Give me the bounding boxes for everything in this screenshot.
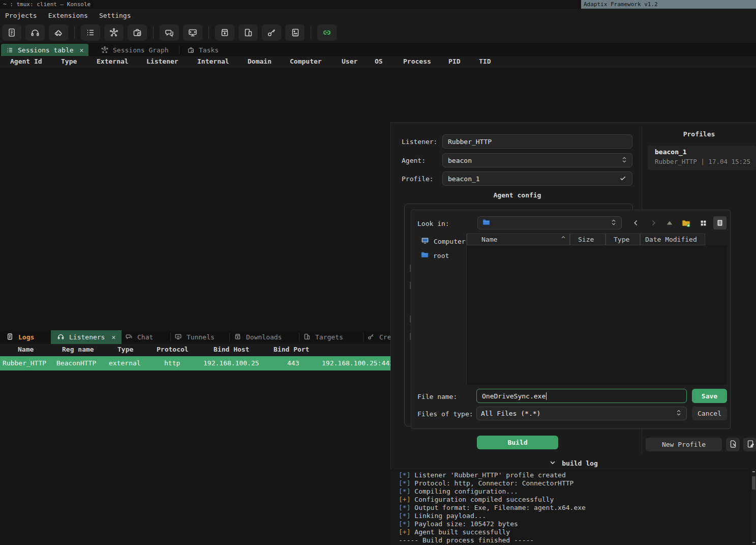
new-profile-button[interactable]: New Profile bbox=[646, 438, 722, 451]
look-in-select[interactable] bbox=[477, 216, 622, 230]
credentials-toolbar-button[interactable] bbox=[262, 24, 281, 41]
parent-directory-button[interactable] bbox=[662, 216, 677, 230]
build-log-scrollbar[interactable] bbox=[751, 469, 756, 545]
sidebar-item-computer[interactable]: Computer bbox=[420, 236, 466, 247]
tab-separator bbox=[363, 333, 364, 341]
column-header[interactable]: Bind Port bbox=[274, 346, 309, 353]
tab-label: Logs bbox=[18, 333, 34, 341]
menu-settings[interactable]: Settings bbox=[98, 11, 132, 20]
tab-tasks[interactable]: Tasks bbox=[182, 44, 224, 56]
sessions-graph-toolbar-button[interactable] bbox=[104, 24, 124, 41]
column-header[interactable]: Reg name bbox=[62, 346, 94, 353]
listener-host-port: 192.168.100.25:443 bbox=[322, 359, 390, 367]
close-icon[interactable]: ✕ bbox=[111, 333, 115, 341]
tab-label: Chat bbox=[137, 333, 153, 341]
file-column-date-modified[interactable]: Date Modified bbox=[640, 234, 705, 245]
column-header[interactable]: Domain bbox=[248, 58, 271, 65]
menu-extensions[interactable]: Extensions bbox=[47, 11, 89, 20]
tasks-toolbar-button[interactable] bbox=[128, 24, 147, 41]
file-column-name[interactable]: Name ^ bbox=[467, 234, 570, 245]
listener-row-selected[interactable]: Rubber_HTTP BeaconHTTP external http 192… bbox=[0, 356, 390, 370]
tab-listeners[interactable]: Listeners ✕ bbox=[51, 330, 122, 344]
build-button[interactable]: Build bbox=[477, 436, 558, 449]
listeners-toolbar-button[interactable] bbox=[25, 24, 45, 41]
edit-profile-button[interactable] bbox=[743, 438, 756, 451]
column-header[interactable]: Process bbox=[403, 58, 431, 65]
extensions-toolbar-button[interactable] bbox=[49, 24, 68, 41]
window-titlebar: ~ : tmux: client — Konsole Adaptix Frame… bbox=[0, 0, 756, 9]
tab-separator bbox=[299, 333, 299, 341]
column-header[interactable]: Computer bbox=[290, 58, 322, 65]
scroll-down-arrow[interactable] bbox=[752, 542, 755, 543]
tab-tunnels[interactable]: Tunnels bbox=[174, 330, 215, 344]
scroll-up-arrow[interactable] bbox=[752, 471, 755, 472]
column-header[interactable]: User bbox=[342, 58, 357, 65]
profile-label: Profile: bbox=[402, 175, 434, 183]
tab-sessions-table[interactable]: Sessions table ✕ bbox=[1, 44, 88, 56]
headphones-icon bbox=[57, 333, 65, 342]
list-icon bbox=[6, 46, 14, 54]
column-header[interactable]: TID bbox=[479, 58, 491, 65]
log-text: Output format: Exe, Filename: agent.x64.… bbox=[410, 504, 585, 511]
close-icon[interactable]: ✕ bbox=[80, 46, 84, 54]
spinner-icon bbox=[621, 156, 628, 165]
files-of-type-select[interactable]: All Files (*.*) bbox=[476, 407, 687, 420]
tab-targets[interactable]: Targets bbox=[303, 330, 343, 344]
build-log-header[interactable]: build log bbox=[390, 458, 756, 468]
save-button[interactable]: Save bbox=[692, 389, 727, 403]
list-icon bbox=[85, 27, 96, 38]
tab-credentials[interactable]: Cred bbox=[367, 330, 390, 344]
file-column-type[interactable]: Type bbox=[606, 234, 640, 245]
targets-toolbar-button[interactable] bbox=[238, 24, 258, 41]
column-header[interactable]: Agent Id bbox=[10, 58, 42, 65]
file-name-input[interactable]: OneDriveSync.exe bbox=[476, 389, 687, 403]
bottom-tabbar: Logs Listeners ✕ Chat Tunnels Downloads … bbox=[0, 330, 390, 344]
scrollbar-thumb[interactable] bbox=[752, 476, 755, 490]
listener-bind-port: 443 bbox=[287, 359, 299, 367]
downloads-toolbar-button[interactable] bbox=[215, 24, 234, 41]
agent-label: Agent: bbox=[402, 157, 426, 164]
screen-icon bbox=[174, 333, 182, 342]
build-log-output[interactable]: [*] Listener 'Rubber_HTTP' profile creat… bbox=[390, 469, 751, 545]
column-header[interactable]: External bbox=[97, 58, 129, 65]
import-profile-button[interactable] bbox=[726, 438, 740, 451]
column-header[interactable]: PID bbox=[448, 58, 460, 65]
tab-chat[interactable]: Chat bbox=[125, 330, 153, 344]
column-header[interactable]: Internal bbox=[197, 58, 229, 65]
column-header[interactable]: Type bbox=[117, 346, 133, 353]
connection-link-button[interactable] bbox=[317, 24, 337, 41]
forward-button[interactable] bbox=[646, 216, 660, 230]
logs-toolbar-button[interactable] bbox=[2, 24, 21, 41]
file-column-size[interactable]: Size bbox=[570, 234, 606, 245]
file-edit-icon bbox=[746, 439, 755, 450]
sidebar-item-root[interactable]: root bbox=[420, 250, 449, 261]
screenshots-toolbar-button[interactable] bbox=[285, 24, 305, 41]
tab-downloads[interactable]: Downloads bbox=[234, 330, 282, 344]
column-header[interactable]: Listener bbox=[146, 58, 178, 65]
agent-select[interactable]: beacon bbox=[442, 153, 632, 167]
column-label: Name bbox=[481, 236, 497, 243]
new-folder-button[interactable] bbox=[679, 216, 693, 230]
chat-toolbar-button[interactable] bbox=[160, 24, 179, 41]
tunnels-toolbar-button[interactable] bbox=[183, 24, 202, 41]
profile-list-item[interactable]: beacon_1 Rubber_HTTP | 17.04 15:25 bbox=[648, 146, 756, 170]
column-header[interactable]: OS bbox=[375, 58, 383, 65]
listener-name: Rubber_HTTP bbox=[3, 359, 46, 367]
detail-view-button[interactable] bbox=[713, 216, 727, 230]
column-header[interactable]: Type bbox=[61, 58, 77, 65]
file-list-area[interactable] bbox=[467, 245, 727, 385]
check-icon bbox=[619, 174, 627, 184]
listener-input[interactable]: Rubber_HTTP bbox=[442, 134, 632, 149]
back-button[interactable] bbox=[629, 216, 643, 230]
tab-sessions-graph[interactable]: Sessions Graph bbox=[96, 44, 174, 56]
cancel-button[interactable]: Cancel bbox=[692, 407, 727, 420]
tab-logs[interactable]: Logs bbox=[6, 330, 34, 344]
column-header[interactable]: Name bbox=[18, 346, 34, 353]
icon-view-button[interactable] bbox=[696, 216, 710, 230]
profile-input[interactable]: beacon_1 bbox=[442, 171, 632, 186]
tab-label: Targets bbox=[315, 333, 343, 341]
column-header[interactable]: Bind Host bbox=[214, 346, 249, 353]
column-header[interactable]: Protocol bbox=[157, 346, 189, 353]
menu-projects[interactable]: Projects bbox=[4, 11, 38, 20]
sessions-table-toolbar-button[interactable] bbox=[81, 24, 100, 41]
